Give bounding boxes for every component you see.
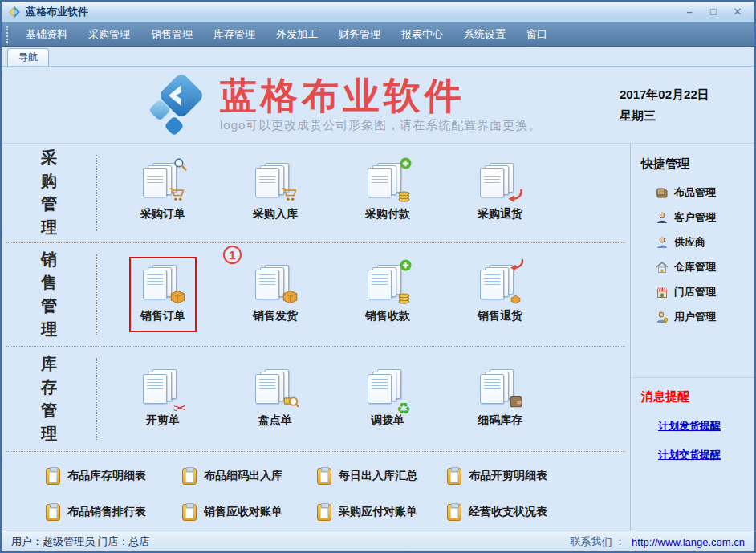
section-inventory: 库存管理 ✂ 开剪单 盘点单 <box>2 347 630 451</box>
section-sales-label: 销售管理 <box>40 248 58 341</box>
module-purchase-payment[interactable]: 采购付款 <box>354 155 421 230</box>
menu-window[interactable]: 窗口 <box>516 22 558 46</box>
warehouse-icon <box>656 261 669 274</box>
report-fabric-stock-detail[interactable]: 布品库存明细表 <box>46 468 182 485</box>
sales-receipt-icon <box>368 265 408 302</box>
menu-purchase[interactable]: 采购管理 <box>78 22 140 46</box>
link-planned-shipment-alert[interactable]: 计划发货提醒 <box>658 419 754 433</box>
module-purchase-inbound[interactable]: 采购入库 <box>242 155 309 230</box>
clipboard-icon <box>317 468 331 485</box>
contact-label: 联系我们 ： <box>570 535 625 549</box>
report-fabric-cutting-detail[interactable]: 布品开剪明细表 <box>447 468 547 485</box>
status-user-info: 用户：超级管理员 门店：总店 <box>11 535 150 549</box>
title-bar: 蓝格布业软件 – □ ✕ <box>2 2 754 22</box>
quick-warehouse-manage[interactable]: 仓库管理 <box>631 254 754 279</box>
stocktake-icon <box>255 369 295 406</box>
module-transfer-slip[interactable]: ♻ 调拨单 <box>356 361 419 437</box>
quick-fabric-manage[interactable]: 布品管理 <box>631 180 754 205</box>
module-cutting-slip[interactable]: ✂ 开剪单 <box>132 361 194 437</box>
company-logo <box>149 73 209 143</box>
purchase-return-icon <box>480 163 520 200</box>
quick-store-manage[interactable]: 门店管理 <box>631 279 754 304</box>
module-purchase-return[interactable]: 采购退货 <box>466 155 534 230</box>
side-panel: 快捷管理 布品管理 客户管理 供应商 仓库管理 门店管理 <box>630 144 754 531</box>
minimize-button[interactable]: – <box>679 5 700 19</box>
app-window: 蓝格布业软件 – □ ✕ 基础资料 采购管理 销售管理 库存管理 外发加工 财务… <box>0 0 756 553</box>
store-icon <box>656 286 669 299</box>
sales-order-icon <box>143 265 183 302</box>
module-purchase-order[interactable]: 采购订单 <box>129 155 197 230</box>
banner-title: 蓝格布业软件 <box>220 75 541 116</box>
banner: 蓝格布业软件 logo可以更改成贵公司形象图，请在系统配置界面更换。 2017年… <box>2 67 754 144</box>
purchase-payment-icon <box>368 163 408 200</box>
purchase-order-icon <box>143 163 183 200</box>
banner-subtitle: logo可以更改成贵公司形象图，请在系统配置界面更换。 <box>220 118 541 133</box>
main-area: 采购管理 采购订单 <box>2 144 630 531</box>
menu-bar: 基础资料 采购管理 销售管理 库存管理 外发加工 财务管理 报表中心 系统设置 … <box>2 22 754 47</box>
message-alert-title: 消息提醒 <box>631 389 754 405</box>
menu-finance[interactable]: 财务管理 <box>328 22 391 46</box>
close-button[interactable]: ✕ <box>727 5 748 19</box>
detail-stock-icon <box>480 369 520 406</box>
quick-manage-title: 快捷管理 <box>631 144 754 180</box>
transfer-slip-icon: ♻ <box>368 369 408 406</box>
window-title: 蓝格布业软件 <box>26 5 676 19</box>
user-key-icon <box>656 311 669 323</box>
module-sales-return[interactable]: 销售退货 <box>466 257 534 332</box>
module-sales-receipt[interactable]: 销售收款 <box>354 257 421 332</box>
quick-customer-manage[interactable]: 客户管理 <box>631 205 754 230</box>
section-purchase: 采购管理 采购订单 <box>2 144 630 242</box>
section-inventory-label: 库存管理 <box>40 352 58 445</box>
report-fabric-code-inout[interactable]: 布品细码出入库 <box>182 468 317 485</box>
supplier-icon <box>656 236 669 249</box>
purchase-inbound-icon <box>255 163 295 200</box>
clipboard-icon <box>46 504 60 521</box>
menu-reports[interactable]: 报表中心 <box>391 22 453 46</box>
module-sales-shipment[interactable]: 销售发货 <box>242 257 309 332</box>
report-purchase-payable[interactable]: 采购应付对账单 <box>317 504 447 521</box>
annotation-badge-1: 1 <box>223 246 242 264</box>
box-icon <box>656 186 669 199</box>
app-logo-icon <box>8 6 21 18</box>
report-daily-inout-summary[interactable]: 每日出入库汇总 <box>317 468 447 485</box>
menu-settings[interactable]: 系统设置 <box>453 22 516 46</box>
menu-inventory[interactable]: 库存管理 <box>203 22 266 46</box>
quick-supplier[interactable]: 供应商 <box>631 230 754 254</box>
message-block: 消息提醒 计划发货提醒 计划交货提醒 <box>631 377 754 462</box>
clipboard-icon <box>46 468 60 485</box>
tab-strip: 导航 <box>2 47 754 67</box>
menu-basic-data[interactable]: 基础资料 <box>15 22 78 46</box>
report-sales-receivable[interactable]: 销售应收对账单 <box>182 504 317 521</box>
report-fabric-sales-ranking[interactable]: 布品销售排行表 <box>46 504 182 521</box>
section-sales: 1 销售管理 销售订单 <box>2 243 630 347</box>
customer-icon <box>656 211 669 224</box>
current-date: 2017年02月22日 <box>620 84 740 105</box>
menu-sales[interactable]: 销售管理 <box>140 22 203 46</box>
clipboard-icon <box>447 504 461 521</box>
report-income-expense[interactable]: 经营收支状况表 <box>447 504 547 521</box>
clipboard-icon <box>447 468 461 485</box>
contact-website-link[interactable]: http://www.lange.com.cn <box>632 536 745 548</box>
module-sales-order[interactable]: 销售订单 <box>129 257 197 332</box>
link-planned-delivery-alert[interactable]: 计划交货提醒 <box>658 448 754 462</box>
clipboard-icon <box>182 468 197 485</box>
current-weekday: 星期三 <box>620 105 740 126</box>
clipboard-icon <box>182 504 197 521</box>
module-detail-stock[interactable]: 细码库存 <box>466 361 534 437</box>
menu-outsourcing[interactable]: 外发加工 <box>266 22 328 46</box>
reports-area: 布品库存明细表 布品细码出入库 每日出入库汇总 布品开剪明细表 布品销售排行表 … <box>2 452 630 531</box>
sales-return-icon <box>480 265 520 302</box>
clipboard-icon <box>317 504 331 521</box>
toolbar-grip-icon <box>6 26 10 43</box>
sales-shipment-icon <box>255 265 295 302</box>
maximize-button[interactable]: □ <box>703 5 724 19</box>
section-purchase-label: 采购管理 <box>40 146 58 239</box>
module-stocktake[interactable]: 盘点单 <box>244 361 307 437</box>
date-display: 2017年02月22日 星期三 <box>620 84 740 126</box>
quick-user-manage[interactable]: 用户管理 <box>631 304 754 329</box>
tab-navigation[interactable]: 导航 <box>7 48 49 66</box>
cutting-slip-icon: ✂ <box>143 369 183 406</box>
status-bar: 用户：超级管理员 门店：总店 联系我们 ： http://www.lange.c… <box>2 531 754 552</box>
